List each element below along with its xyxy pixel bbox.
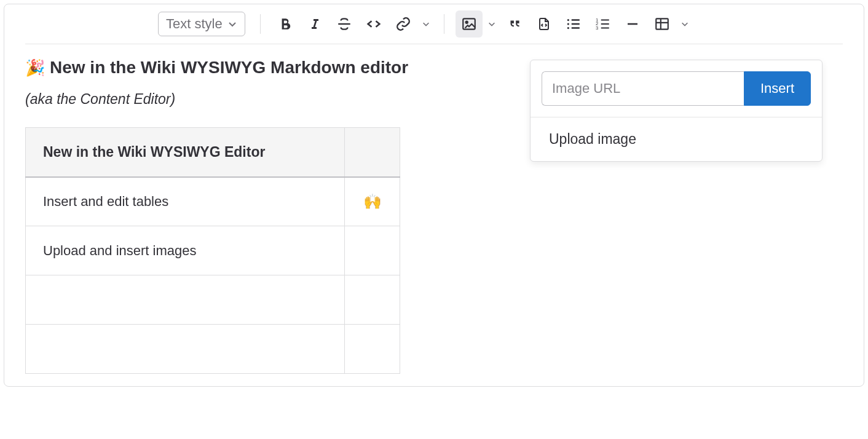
image-url-row: Insert xyxy=(531,60,822,117)
table-cell[interactable] xyxy=(345,325,400,374)
svg-rect-8 xyxy=(656,18,668,29)
chevron-down-icon xyxy=(227,19,237,29)
horizontal-rule-button[interactable] xyxy=(619,10,646,38)
chevron-down-icon[interactable] xyxy=(419,10,433,38)
bullet-list-button[interactable] xyxy=(560,10,587,38)
divider xyxy=(25,44,843,44)
table-group xyxy=(649,10,692,38)
toolbar-separator xyxy=(444,14,444,34)
table-cell[interactable] xyxy=(345,226,400,275)
image-group xyxy=(456,10,499,38)
table-row xyxy=(26,325,400,374)
chevron-down-icon[interactable] xyxy=(485,10,499,38)
svg-text:3: 3 xyxy=(596,25,598,31)
link-button[interactable] xyxy=(390,10,417,38)
table-cell[interactable]: Upload and insert images xyxy=(26,226,345,275)
toolbar-separator xyxy=(260,14,261,34)
table-cell[interactable] xyxy=(26,275,345,325)
content-table[interactable]: New in the Wiki WYSIWYG Editor Insert an… xyxy=(25,127,400,374)
toolbar: Text style xyxy=(4,4,864,44)
table-header-cell[interactable]: New in the Wiki WYSIWYG Editor xyxy=(26,128,345,177)
editor-frame: Text style xyxy=(4,4,864,387)
party-popper-emoji: 🎉 xyxy=(25,58,45,77)
svg-point-2 xyxy=(567,19,569,21)
image-insert-popover: Insert Upload image xyxy=(530,60,823,162)
table-cell[interactable]: Insert and edit tables xyxy=(26,177,345,226)
svg-point-3 xyxy=(567,23,569,25)
svg-point-1 xyxy=(465,22,467,23)
table-row: Insert and edit tables 🙌 xyxy=(26,177,400,226)
image-button[interactable] xyxy=(456,10,483,38)
italic-button[interactable] xyxy=(301,10,328,38)
table-cell[interactable] xyxy=(345,275,400,325)
text-style-dropdown[interactable]: Text style xyxy=(158,12,245,36)
code-button[interactable] xyxy=(360,10,387,38)
text-style-label: Text style xyxy=(166,16,223,32)
chevron-down-icon[interactable] xyxy=(678,10,692,38)
upload-image-item[interactable]: Upload image xyxy=(531,117,822,161)
svg-point-4 xyxy=(567,27,569,29)
table-row xyxy=(26,275,400,325)
ordered-list-button[interactable]: 123 xyxy=(590,10,617,38)
code-block-button[interactable] xyxy=(531,10,558,38)
table-cell[interactable] xyxy=(26,325,345,374)
bold-button[interactable] xyxy=(272,10,299,38)
insert-button[interactable]: Insert xyxy=(744,71,811,106)
table-row: Upload and insert images xyxy=(26,226,400,275)
blockquote-button[interactable] xyxy=(501,10,528,38)
table-cell[interactable]: 🙌 xyxy=(345,177,400,226)
table-header-cell[interactable] xyxy=(345,128,400,177)
table-header-row: New in the Wiki WYSIWYG Editor xyxy=(26,128,400,177)
strikethrough-button[interactable] xyxy=(331,10,358,38)
heading-text: New in the Wiki WYSIWYG Markdown editor xyxy=(50,58,408,77)
table-button[interactable] xyxy=(649,10,676,38)
link-group xyxy=(390,10,433,38)
image-url-input[interactable] xyxy=(542,71,744,106)
